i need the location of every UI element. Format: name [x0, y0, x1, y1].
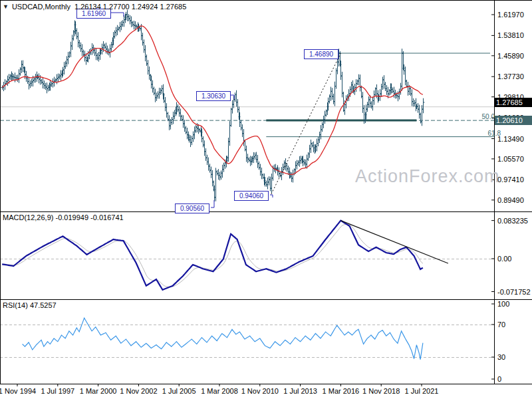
rsi-panel-label: RSI(14) 47.5257	[3, 301, 57, 309]
macd-axis-label: -0.071752	[497, 288, 531, 296]
macd-axis-label: 0.00	[497, 255, 511, 263]
time-axis-label: 1 Nov 1994	[0, 387, 36, 395]
price-axis-label: 1.13490	[497, 135, 524, 143]
time-axis-label: 1 Nov 2002	[120, 387, 157, 395]
price-axis-label: 1.53810	[497, 31, 524, 39]
swing-label: 0.94060	[234, 191, 269, 201]
swing-label: 1.46890	[304, 49, 338, 59]
chart-root: ▼ USDCAD,Monthly 1.26134 1.27700 1.24924…	[0, 0, 532, 399]
price-axis-label: 0.89490	[497, 196, 524, 204]
price-axis-label: 1.05570	[497, 155, 524, 163]
time-axis-label: 1 Mar 2016	[323, 387, 360, 395]
time-axis-label: 1 Jul 2021	[405, 387, 439, 395]
time-axis-label: 1 Nov 2018	[362, 387, 400, 395]
time-axis-label: 1 Jul 2005	[162, 387, 196, 395]
price-axis-label: 1.37730	[497, 72, 524, 80]
symbol-title: USDCAD,Monthly 1.26134 1.27700 1.24924 1…	[12, 3, 186, 11]
rsi-axis-label: 30	[497, 353, 505, 361]
price-tag: 1.20610	[495, 116, 532, 125]
macd-panel-label: MACD(12,26,9) -0.019949 -0.016741	[3, 213, 124, 221]
time-axis-label: 1 Jul 1997	[41, 387, 74, 395]
time-axis-label: 1 Mar 2008	[201, 387, 238, 395]
time-axis-label: 1 Nov 2010	[241, 387, 279, 395]
time-axis-label: 1 Mar 2000	[80, 387, 117, 395]
price-tag: 1.27685	[495, 98, 532, 107]
fib-label-50: 50.0	[482, 113, 495, 120]
title-bar: ▼ USDCAD,Monthly 1.26134 1.27700 1.24924…	[3, 3, 186, 11]
price-axis-label: 1.61970	[497, 11, 524, 19]
swing-label: 1.30630	[196, 91, 231, 101]
time-axis-label: 1 Jul 2013	[283, 387, 317, 395]
price-axis-label: 1.45890	[497, 52, 524, 60]
rsi-axis-label: 100	[497, 300, 509, 308]
rsi-axis-label: 70	[497, 321, 505, 329]
labels-layer: 1.619701.538101.458901.377301.298101.216…	[0, 0, 532, 399]
macd-axis-label: 0.083235	[497, 217, 528, 225]
price-axis-label: 0.97410	[497, 176, 524, 184]
rsi-axis-label: 0	[497, 375, 501, 383]
swing-label: 0.90560	[175, 203, 209, 213]
chevron-down-icon[interactable]: ▼	[3, 3, 9, 10]
fib-label-618: 61.8	[488, 130, 501, 137]
